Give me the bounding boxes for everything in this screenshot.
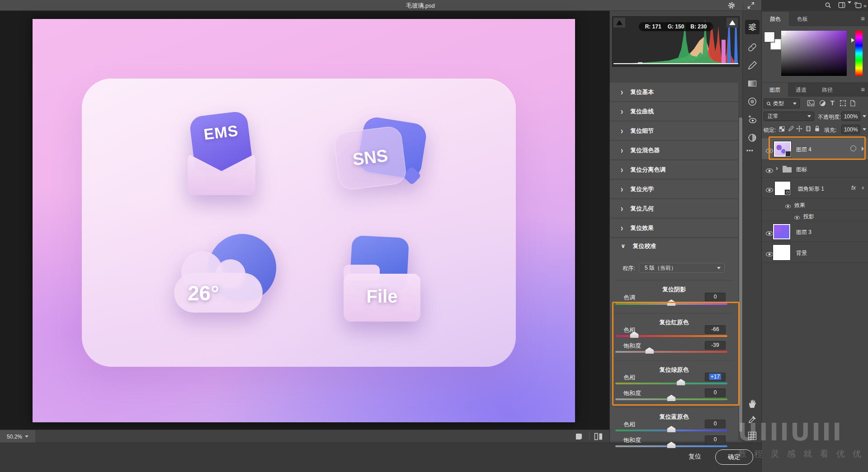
ok-button[interactable]: 确定 [715, 449, 753, 465]
layer-thumbnail[interactable] [773, 244, 791, 261]
chevron-down-icon: ∨ [621, 243, 626, 249]
filter-adjustment-layers-icon[interactable] [819, 100, 826, 107]
radial-filter-tool[interactable] [747, 97, 757, 107]
zoom-level-control[interactable]: 50.2% [0, 430, 35, 443]
highlight-clipping-toggle[interactable] [726, 18, 738, 28]
hue-slider-arrow-icon[interactable] [851, 38, 854, 42]
drop-shadow-label: 投影 [803, 213, 814, 220]
section-curves[interactable]: › 复位曲线 [610, 102, 738, 121]
fill-value-box[interactable]: 100% [841, 125, 860, 134]
foreground-color-swatch[interactable] [764, 32, 775, 42]
file-icon-artwork: File [335, 236, 429, 328]
blue-sat-value[interactable]: 0 [705, 435, 726, 444]
brush-tool[interactable] [747, 61, 757, 70]
ok-button-label: 确定 [728, 453, 741, 461]
preview-toggle-icon[interactable] [575, 433, 583, 440]
search-icon[interactable] [825, 2, 831, 9]
grid-overlay-tool[interactable] [747, 431, 757, 441]
color-picker-ring[interactable] [782, 31, 786, 35]
more-tools-icon[interactable]: ••• [746, 148, 754, 154]
filter-pixel-layers-icon[interactable] [807, 100, 815, 107]
blue-hue-slider[interactable] [615, 430, 727, 431]
section-optics[interactable]: › 复位光学 [610, 180, 738, 198]
panel-menu-icon[interactable]: ≡ [861, 85, 865, 93]
opacity-chevron-icon[interactable] [863, 115, 866, 117]
layer-row-drop-shadow[interactable]: 投影 [762, 210, 868, 221]
tab-channels[interactable]: 通道 [788, 83, 814, 97]
fullscreen-expand-icon[interactable] [747, 1, 755, 9]
layer-row-layer3[interactable]: 图层 3 [762, 221, 868, 242]
program-select[interactable]: 5 版（当前） [639, 263, 725, 273]
before-after-view-icon[interactable] [594, 433, 603, 440]
opacity-label: 不透明度: [818, 113, 841, 121]
layer-row-background[interactable]: 背景 [762, 242, 868, 263]
filter-smart-objects-icon[interactable] [849, 100, 856, 107]
blend-mode-select[interactable]: 正常 [764, 112, 814, 121]
section-effects[interactable]: › 复位效果 [610, 219, 738, 237]
layer-row-rounded-rect[interactable]: 圆角矩形 1 fx ∧ [762, 178, 868, 199]
section-label: 复位混色器 [630, 146, 660, 154]
edit-sliders-tool[interactable] [745, 20, 760, 34]
visibility-eye-icon[interactable] [766, 188, 773, 192]
shadow-clipping-triangle-icon [616, 20, 623, 25]
lock-pixels-icon[interactable] [788, 126, 794, 132]
lock-artboard-icon[interactable] [805, 126, 811, 132]
eyedropper-tool[interactable] [747, 415, 757, 425]
lock-transparency-icon[interactable] [779, 126, 785, 132]
snapshots-tool[interactable] [747, 133, 757, 143]
chevron-right-icon: › [621, 164, 623, 175]
collapse-panels-icon[interactable]: » [863, 2, 867, 9]
chevron-right-icon: › [621, 145, 623, 155]
filter-shape-layers-icon[interactable] [840, 100, 846, 107]
hue-strip[interactable] [855, 31, 863, 76]
workspace-panel-icon[interactable] [838, 2, 845, 9]
tab-layers[interactable]: 图层 [762, 83, 788, 97]
settings-gear-icon[interactable] [727, 1, 736, 10]
lock-all-icon[interactable] [814, 125, 820, 132]
visibility-eye-icon[interactable] [766, 168, 773, 173]
filter-type-layers-icon[interactable]: T [830, 99, 835, 107]
group-chevron-icon[interactable]: › [776, 164, 778, 172]
fx-collapse-chevron-icon[interactable]: ∧ [861, 185, 864, 190]
panel-scrollbar[interactable] [739, 117, 742, 432]
healing-tool[interactable] [747, 42, 757, 52]
fx-badge[interactable]: fx [851, 184, 856, 191]
shadow-clipping-toggle[interactable] [613, 18, 625, 28]
tab-paths[interactable]: 路径 [814, 83, 840, 97]
rgb-readout: R: 171 G: 150 B: 230 [639, 22, 713, 31]
layer-thumbnail[interactable] [773, 224, 791, 240]
blue-sat-slider[interactable] [615, 445, 727, 447]
color-field[interactable] [781, 31, 847, 76]
section-basic[interactable]: › 复位基本 [610, 83, 738, 101]
zoom-level-value: 50.2% [7, 434, 22, 440]
section-detail[interactable]: › 复位细节 [610, 122, 738, 140]
section-calibration[interactable]: ∨ 复位校准 [610, 238, 738, 254]
lock-position-icon[interactable] [796, 126, 802, 132]
canvas[interactable]: EMS SNS 26° [33, 19, 575, 422]
layer-filter-type-select[interactable]: 类型 [764, 98, 800, 108]
section-label: 复位校准 [633, 242, 656, 250]
red-eye-tool[interactable] [747, 115, 757, 125]
layer-row-group-icons[interactable]: › 图标 [762, 160, 868, 178]
shadow-hue-value[interactable]: 0 [705, 293, 726, 301]
section-mixer[interactable]: › 复位混色器 [610, 141, 738, 159]
visibility-eye-icon[interactable] [785, 205, 791, 208]
opacity-value-box[interactable]: 100% [841, 112, 860, 121]
tab-swatches[interactable]: 色板 [789, 12, 816, 26]
visibility-eye-icon[interactable] [766, 231, 773, 236]
panel-menu-icon[interactable]: ≡ [861, 14, 865, 22]
visibility-eye-icon[interactable] [766, 252, 773, 257]
add-panel-icon[interactable] [854, 2, 862, 9]
reset-button[interactable]: 复位 [681, 453, 708, 461]
tab-color[interactable]: 颜色 [762, 12, 789, 26]
fill-chevron-icon[interactable] [863, 128, 866, 131]
layer-row-effects[interactable]: 效果 [762, 199, 868, 210]
section-geometry[interactable]: › 复位几何 [610, 199, 738, 218]
blue-hue-value[interactable]: 0 [705, 420, 726, 428]
glass-card [82, 79, 516, 367]
section-split-toning[interactable]: › 复位分离色调 [610, 160, 738, 179]
slider-thumb[interactable] [667, 426, 676, 432]
visibility-eye-icon[interactable] [794, 216, 800, 220]
graduated-filter-tool[interactable] [747, 79, 757, 89]
hand-tool[interactable] [747, 398, 757, 408]
